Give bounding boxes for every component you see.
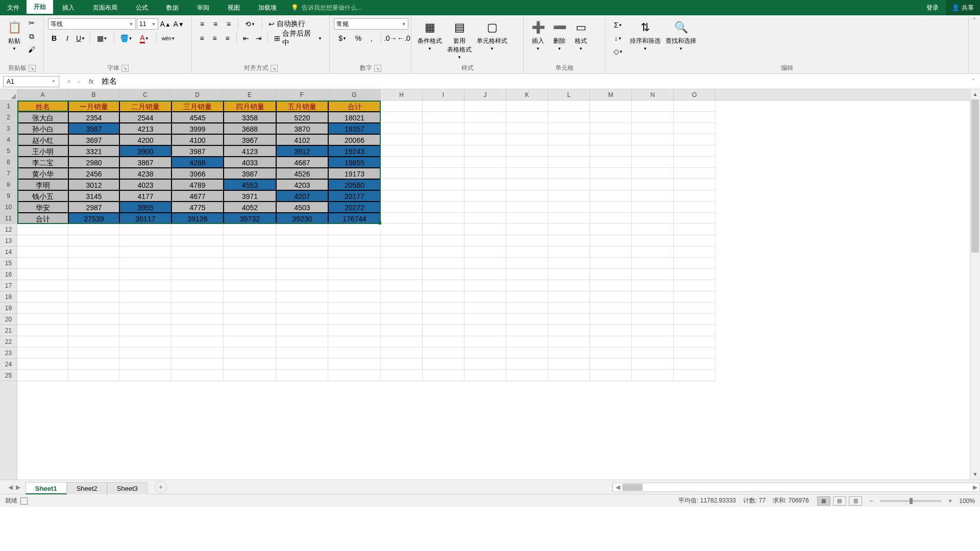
tab-insert[interactable]: 插入 [53, 0, 84, 15]
cell-B24[interactable] [68, 359, 119, 370]
cell-E25[interactable] [224, 370, 276, 381]
underline-button[interactable]: U▼ [75, 33, 87, 44]
cell-H14[interactable] [381, 246, 423, 258]
cell-C20[interactable] [119, 314, 172, 325]
cell-D11[interactable]: 39126 [172, 213, 224, 224]
cell-E4[interactable]: 3967 [224, 134, 276, 145]
cell-A9[interactable]: 钱小五 [17, 190, 68, 202]
cell-B17[interactable] [68, 280, 119, 291]
cell-N20[interactable] [632, 314, 674, 325]
format-as-table-button[interactable]: ▤套用 表格格式▼ [445, 17, 474, 62]
cell-N6[interactable] [632, 157, 674, 168]
cell-M9[interactable] [590, 190, 632, 202]
cell-G9[interactable]: 20177 [328, 190, 381, 202]
cell-M5[interactable] [590, 145, 632, 157]
cell-C14[interactable] [119, 246, 172, 258]
cell-H25[interactable] [381, 370, 423, 381]
row-header-25[interactable]: 25 [0, 370, 17, 381]
row-header-13[interactable]: 13 [0, 235, 17, 246]
cell-I21[interactable] [423, 325, 464, 336]
cell-E7[interactable]: 3987 [224, 168, 276, 179]
row-header-6[interactable]: 6 [0, 157, 17, 168]
cell-I6[interactable] [423, 157, 464, 168]
cell-A12[interactable] [17, 224, 68, 235]
cell-K18[interactable] [506, 291, 548, 303]
cell-D5[interactable]: 3987 [172, 145, 224, 157]
scroll-up-button[interactable]: ▲ [970, 89, 980, 99]
cell-H17[interactable] [381, 280, 423, 291]
cell-K19[interactable] [506, 303, 548, 314]
find-select-button[interactable]: 🔍查找和选择▼ [664, 17, 698, 53]
cell-M25[interactable] [590, 370, 632, 381]
cell-I8[interactable] [423, 179, 464, 190]
fill-button[interactable]: ↓▼ [609, 33, 627, 44]
cell-B9[interactable]: 3145 [68, 190, 119, 202]
cell-I14[interactable] [423, 246, 464, 258]
cell-K10[interactable] [506, 202, 548, 213]
cell-I22[interactable] [423, 336, 464, 347]
row-header-5[interactable]: 5 [0, 145, 17, 157]
cell-grid[interactable]: 姓名一月销量二月销量三月销量四月销量五月销量合计张大白2354254445453… [17, 101, 970, 480]
cell-K1[interactable] [506, 101, 548, 112]
cell-E3[interactable]: 3688 [224, 123, 276, 134]
cell-K13[interactable] [506, 235, 548, 246]
col-header-E[interactable]: E [224, 89, 276, 100]
cell-G14[interactable] [328, 246, 381, 258]
cell-G23[interactable] [328, 347, 381, 359]
cell-N22[interactable] [632, 336, 674, 347]
merge-center-button[interactable]: ⊞合并后居中▼ [271, 33, 325, 44]
cell-M3[interactable] [590, 123, 632, 134]
cell-L1[interactable] [548, 101, 590, 112]
tab-nav-next[interactable]: ▶ [16, 484, 20, 491]
cell-D7[interactable]: 3966 [172, 168, 224, 179]
cell-D24[interactable] [172, 359, 224, 370]
cell-K3[interactable] [506, 123, 548, 134]
expand-formula-bar-button[interactable]: ˅ [967, 78, 980, 85]
cell-G22[interactable] [328, 336, 381, 347]
cancel-formula-button[interactable]: ✕ [66, 78, 71, 85]
row-header-22[interactable]: 22 [0, 336, 17, 347]
cell-G10[interactable]: 20272 [328, 202, 381, 213]
cell-L6[interactable] [548, 157, 590, 168]
cell-J9[interactable] [464, 190, 506, 202]
tell-me[interactable]: 💡 告诉我您想要做什么... [286, 0, 362, 15]
cell-N17[interactable] [632, 280, 674, 291]
cell-M6[interactable] [590, 157, 632, 168]
cell-G13[interactable] [328, 235, 381, 246]
cell-J21[interactable] [464, 325, 506, 336]
align-center-button[interactable]: ≡ [209, 33, 220, 44]
cell-I24[interactable] [423, 359, 464, 370]
cell-J23[interactable] [464, 347, 506, 359]
cell-G8[interactable]: 20580 [328, 179, 381, 190]
cell-E20[interactable] [224, 314, 276, 325]
cell-E22[interactable] [224, 336, 276, 347]
align-bottom-button[interactable]: ≡ [223, 18, 235, 30]
cell-M20[interactable] [590, 314, 632, 325]
cell-A22[interactable] [17, 336, 68, 347]
cell-G6[interactable]: 19855 [328, 157, 381, 168]
cell-G2[interactable]: 18021 [328, 112, 381, 123]
col-header-L[interactable]: L [548, 89, 590, 100]
scroll-thumb[interactable] [971, 99, 979, 253]
decrease-decimal-button[interactable]: ←.0 [398, 33, 410, 44]
cell-N16[interactable] [632, 269, 674, 280]
cell-L10[interactable] [548, 202, 590, 213]
number-dialog-launcher[interactable]: ↘ [374, 65, 381, 72]
cell-H11[interactable] [381, 213, 423, 224]
cell-O6[interactable] [674, 157, 716, 168]
cell-C12[interactable] [119, 224, 172, 235]
cell-E18[interactable] [224, 291, 276, 303]
cell-L2[interactable] [548, 112, 590, 123]
cell-H22[interactable] [381, 336, 423, 347]
fx-icon[interactable]: fx [89, 78, 99, 85]
comma-button[interactable]: , [365, 33, 378, 44]
font-dialog-launcher[interactable]: ↘ [121, 65, 129, 72]
cell-J11[interactable] [464, 213, 506, 224]
cell-I25[interactable] [423, 370, 464, 381]
cell-D2[interactable]: 4545 [172, 112, 224, 123]
cell-H21[interactable] [381, 325, 423, 336]
cell-H10[interactable] [381, 202, 423, 213]
cell-K12[interactable] [506, 224, 548, 235]
cell-M24[interactable] [590, 359, 632, 370]
cell-L22[interactable] [548, 336, 590, 347]
